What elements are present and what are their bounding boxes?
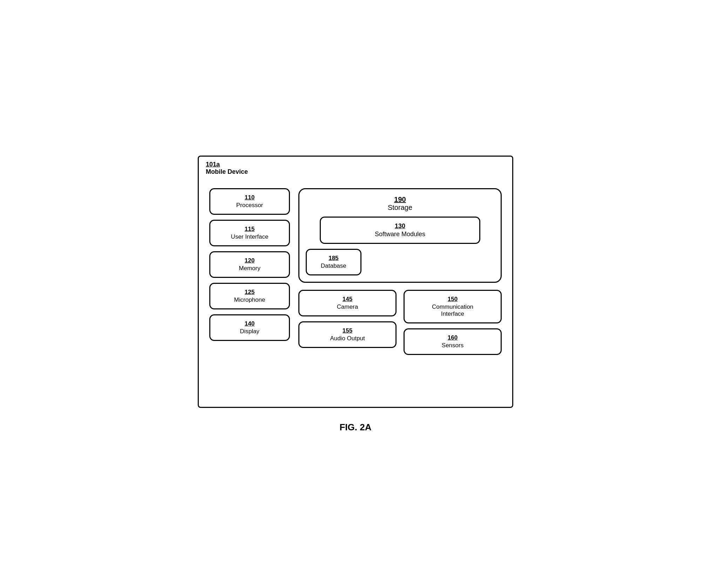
user-interface-box: 115 User Interface	[209, 220, 290, 246]
audio-output-box: 155 Audio Output	[298, 321, 397, 348]
storage-ref: 190	[306, 196, 494, 204]
processor-label: Processor	[217, 202, 283, 209]
storage-header: 190 Storage	[306, 196, 494, 212]
software-label: Software Modules	[335, 231, 465, 238]
software-modules-box: 130 Software Modules	[320, 217, 480, 244]
microphone-box: 125 Microphone	[209, 283, 290, 309]
comm-interface-label: CommunicationInterface	[411, 303, 494, 317]
camera-ref: 145	[306, 296, 389, 303]
comm-interface-ref: 150	[411, 296, 494, 303]
processor-ref: 110	[217, 194, 283, 201]
sensors-label: Sensors	[411, 342, 494, 349]
outer-box: 101a Mobile Device 110 Processor 115 Use…	[198, 156, 513, 408]
display-label: Display	[217, 328, 283, 335]
camera-box: 145 Camera	[298, 290, 397, 316]
memory-box: 120 Memory	[209, 251, 290, 278]
memory-ref: 120	[217, 257, 283, 264]
comm-interface-box: 150 CommunicationInterface	[404, 290, 502, 323]
left-column: 110 Processor 115 User Interface 120 Mem…	[209, 188, 290, 355]
diagram-wrapper: 101a Mobile Device 110 Processor 115 Use…	[198, 156, 513, 433]
right-section: 190 Storage 130 Software Modules 185 Dat…	[298, 188, 502, 355]
database-box: 185 Database	[306, 249, 361, 275]
memory-label: Memory	[217, 265, 283, 272]
fig-label: FIG. 2A	[339, 422, 371, 433]
device-label: 101a Mobile Device	[206, 161, 248, 176]
audio-output-ref: 155	[306, 327, 389, 334]
diagram-inner: 110 Processor 115 User Interface 120 Mem…	[209, 188, 502, 355]
database-ref: 185	[321, 255, 346, 262]
microphone-label: Microphone	[217, 296, 283, 303]
sensors-ref: 160	[411, 334, 494, 341]
bottom-left-col: 145 Camera 155 Audio Output	[298, 290, 397, 355]
display-ref: 140	[217, 320, 283, 327]
microphone-ref: 125	[217, 289, 283, 296]
storage-name: Storage	[306, 204, 494, 212]
device-ref: 101a	[206, 161, 248, 168]
database-label: Database	[321, 262, 346, 269]
user-interface-ref: 115	[217, 226, 283, 233]
audio-output-label: Audio Output	[306, 335, 389, 342]
display-box: 140 Display	[209, 314, 290, 341]
user-interface-label: User Interface	[217, 233, 283, 240]
software-ref: 130	[335, 223, 465, 230]
processor-box: 110 Processor	[209, 188, 290, 215]
storage-box: 190 Storage 130 Software Modules 185 Dat…	[298, 188, 502, 283]
bottom-row: 145 Camera 155 Audio Output 150 Communic…	[298, 290, 502, 355]
sensors-box: 160 Sensors	[404, 328, 502, 355]
device-name: Mobile Device	[206, 168, 248, 176]
bottom-right-col: 150 CommunicationInterface 160 Sensors	[404, 290, 502, 355]
camera-label: Camera	[306, 303, 389, 310]
